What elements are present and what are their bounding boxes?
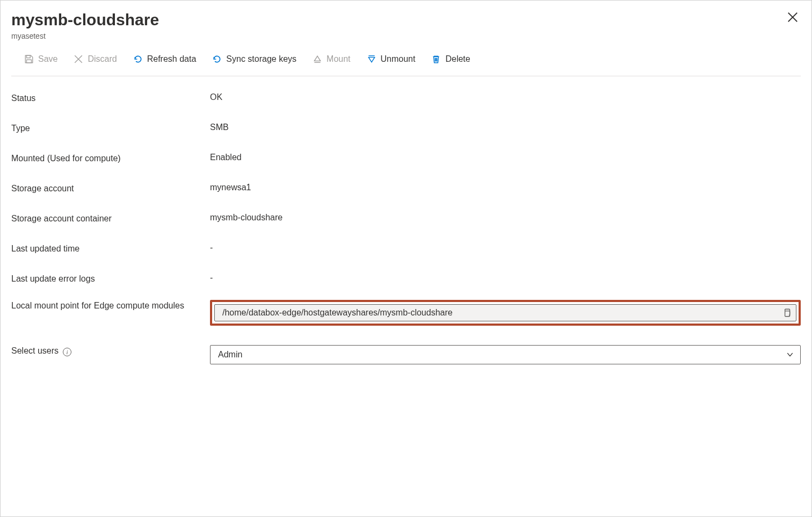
mount-icon <box>313 54 322 64</box>
sync-icon <box>212 54 222 64</box>
mount-label: Mount <box>327 54 350 64</box>
select-users-text: Select users <box>11 346 59 356</box>
row-storage-container: Storage account container mysmb-cloudsha… <box>11 213 801 224</box>
delete-button[interactable]: Delete <box>424 52 477 66</box>
close-icon <box>787 16 799 25</box>
row-storage-account: Storage account mynewsa1 <box>11 183 801 193</box>
sync-button[interactable]: Sync storage keys <box>205 52 304 66</box>
refresh-label: Refresh data <box>147 54 197 64</box>
select-users-dropdown[interactable]: Admin <box>210 345 801 364</box>
refresh-button[interactable]: Refresh data <box>126 52 204 66</box>
value-mounted: Enabled <box>210 153 801 162</box>
discard-icon <box>74 54 83 64</box>
row-mounted: Mounted (Used for compute) Enabled <box>11 153 801 163</box>
row-select-users: Select users i Admin <box>11 345 801 364</box>
blade-title: mysmb-cloudshare <box>11 10 796 30</box>
delete-label: Delete <box>445 54 470 64</box>
svg-rect-13 <box>785 311 790 317</box>
label-select-users: Select users i <box>11 345 210 356</box>
svg-rect-2 <box>27 55 31 58</box>
svg-marker-6 <box>314 56 320 61</box>
svg-marker-8 <box>368 58 374 62</box>
refresh-icon <box>133 54 143 64</box>
value-storage-container: mysmb-cloudshare <box>210 213 801 222</box>
mount-button: Mount <box>305 52 358 66</box>
select-users-value: Admin <box>218 350 782 360</box>
copy-button[interactable] <box>782 308 792 318</box>
label-last-updated: Last updated time <box>11 243 210 254</box>
value-last-error: - <box>210 273 801 283</box>
label-last-error: Last update error logs <box>11 273 210 284</box>
discard-label: Discard <box>88 54 117 64</box>
row-last-updated: Last updated time - <box>11 243 801 254</box>
save-label: Save <box>38 54 57 64</box>
content: Status OK Type SMB Mounted (Used for com… <box>1 76 811 394</box>
blade-header: mysmb-cloudshare myasetest <box>1 1 811 45</box>
delete-icon <box>431 54 441 64</box>
save-button: Save <box>17 52 65 66</box>
info-icon[interactable]: i <box>63 348 71 356</box>
label-storage-account: Storage account <box>11 183 210 193</box>
unmount-icon <box>367 54 376 64</box>
close-button[interactable] <box>787 11 799 23</box>
value-type: SMB <box>210 123 801 132</box>
label-type: Type <box>11 123 210 133</box>
row-status: Status OK <box>11 92 801 103</box>
label-storage-container: Storage account container <box>11 213 210 224</box>
label-status: Status <box>11 92 210 103</box>
value-last-updated: - <box>210 243 801 253</box>
chevron-down-icon <box>786 351 794 358</box>
mount-point-highlight: /home/databox-edge/hostgatewayshares/mys… <box>210 300 801 326</box>
unmount-label: Unmount <box>381 54 416 64</box>
sync-label: Sync storage keys <box>226 54 296 64</box>
share-blade: mysmb-cloudshare myasetest Save <box>1 1 811 516</box>
label-mounted: Mounted (Used for compute) <box>11 153 210 163</box>
save-icon <box>24 54 34 64</box>
mount-point-value: /home/databox-edge/hostgatewayshares/mys… <box>222 308 778 318</box>
select-users-wrap: Admin <box>210 345 801 364</box>
discard-button: Discard <box>66 52 124 66</box>
svg-rect-3 <box>27 60 32 63</box>
row-mount-point: Local mount point for Edge compute modul… <box>11 300 801 326</box>
value-storage-account: mynewsa1 <box>210 183 801 192</box>
unmount-button[interactable]: Unmount <box>359 52 423 66</box>
value-status: OK <box>210 92 801 102</box>
blade-subtitle: myasetest <box>11 32 796 40</box>
row-type: Type SMB <box>11 123 801 133</box>
mount-point-field[interactable]: /home/databox-edge/hostgatewayshares/mys… <box>214 304 796 321</box>
row-last-error: Last update error logs - <box>11 273 801 284</box>
label-mount-point: Local mount point for Edge compute modul… <box>11 300 210 311</box>
toolbar: Save Discard Refresh data <box>11 45 801 76</box>
